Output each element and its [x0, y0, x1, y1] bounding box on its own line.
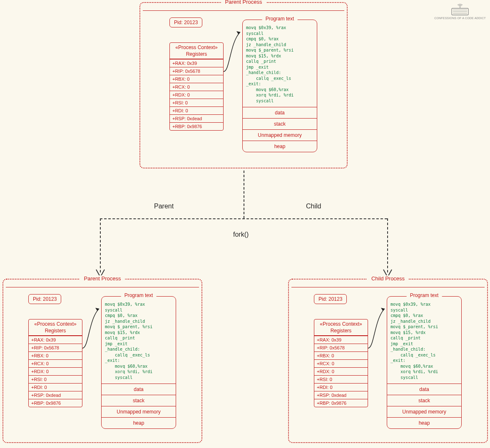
memory-section: stack: [243, 118, 317, 129]
pid-badge: Pid: 20123: [169, 17, 202, 27]
program-text-code: movq $0x39, %rax syscall cmpq $0, %rax j…: [102, 297, 176, 384]
register-row: +RBP: 0x9876: [170, 122, 223, 130]
memory-section: Unmapped memory: [102, 406, 176, 417]
memory-section: Unmapped memory: [387, 406, 461, 417]
process-title: Child Process: [367, 275, 409, 282]
register-row: +RDI: 0: [170, 106, 223, 114]
register-row: +RSI: 0: [314, 375, 368, 383]
memory-title: Program text: [121, 292, 157, 298]
keyboard-icon: [450, 3, 470, 16]
register-row: +RSI: 0: [29, 375, 82, 383]
register-box: «Process Context» Registers +RAX: 0x39 +…: [169, 42, 224, 131]
fork-line-horizontal: [100, 218, 387, 219]
context-title: «Process Context»: [29, 319, 82, 328]
register-box: «Process Context» Registers +RAX: 0x39 +…: [28, 319, 82, 407]
watermark: CONFESSIONS OF A CODE ADDICT: [434, 3, 486, 20]
program-text-code: movq $0x39, %rax syscall cmpq $0, %rax j…: [243, 20, 317, 107]
register-row: +RBP: 0x9876: [314, 399, 368, 407]
memory-box: Program text movq $0x39, %rax syscall cm…: [101, 296, 176, 429]
fork-line-left: [100, 218, 101, 272]
register-row: +RDX: 0: [314, 367, 368, 375]
register-row: +RSI: 0: [170, 99, 223, 106]
context-subtitle: Registers: [29, 328, 82, 336]
register-row: +RBP: 0x9876: [29, 399, 82, 407]
register-row: +RDI: 0: [314, 383, 368, 391]
register-row: +RAX: 0x39: [170, 59, 223, 67]
program-text-code: movq $0x39, %rax syscall cmpq $0, %rax j…: [387, 297, 461, 384]
register-row: +RSP: 0xdead: [170, 114, 223, 122]
memory-section: stack: [102, 395, 176, 406]
context-title: «Process Context»: [170, 43, 223, 51]
memory-title: Program text: [262, 16, 298, 22]
register-row: +RDI: 0: [29, 383, 82, 391]
context-title: «Process Context»: [314, 319, 368, 328]
fork-label: fork(): [233, 231, 249, 238]
memory-box: Program text movq $0x39, %rax syscall cm…: [242, 20, 317, 152]
watermark-text: CONFESSIONS OF A CODE ADDICT: [434, 17, 486, 20]
memory-section: data: [102, 384, 176, 395]
register-row: +RDX: 0: [170, 91, 223, 99]
register-row: +RBX: 0: [170, 75, 223, 83]
context-subtitle: Registers: [314, 328, 368, 336]
memory-section: data: [387, 384, 461, 395]
register-box: «Process Context» Registers +RAX: 0x39 +…: [314, 319, 368, 407]
register-row: +RIP: 0x5678: [170, 67, 223, 75]
parent-process-box-top: Parent Process Pid: 20123 «Process Conte…: [139, 2, 348, 168]
memory-section: heap: [387, 417, 461, 428]
register-row: +RSP: 0xdead: [29, 391, 82, 399]
register-row: +RBX: 0: [314, 351, 368, 359]
register-row: +RIP: 0x5678: [314, 344, 368, 351]
memory-box: Program text movq $0x39, %rax syscall cm…: [387, 296, 462, 429]
child-label: Child: [306, 203, 321, 210]
register-row: +RCX: 0: [170, 83, 223, 91]
memory-section: Unmapped memory: [243, 129, 317, 141]
parent-label: Parent: [154, 203, 174, 210]
register-row: +RCX: 0: [29, 359, 82, 367]
register-row: +RAX: 0x39: [29, 336, 82, 344]
register-row: +RSP: 0xdead: [314, 391, 368, 399]
context-subtitle: Registers: [170, 51, 223, 59]
process-title: Parent Process: [80, 275, 125, 282]
pid-badge: Pid: 20123: [314, 294, 347, 304]
register-row: +RBX: 0: [29, 351, 82, 359]
memory-title: Program text: [407, 292, 442, 298]
parent-process-box-left: Parent Process Pid: 20123 «Process Conte…: [2, 279, 202, 443]
memory-section: heap: [102, 417, 176, 428]
fork-line-right: [387, 218, 388, 272]
memory-section: data: [243, 107, 317, 118]
register-row: +RIP: 0x5678: [29, 344, 82, 351]
register-row: +RDX: 0: [29, 367, 82, 375]
child-process-box: Child Process Pid: 20123 «Process Contex…: [288, 279, 488, 443]
process-title: Parent Process: [221, 0, 266, 5]
memory-section: heap: [243, 141, 317, 152]
register-row: +RAX: 0x39: [314, 336, 368, 344]
register-row: +RCX: 0: [314, 359, 368, 367]
pid-badge: Pid: 20123: [28, 294, 61, 304]
fork-line-down: [244, 171, 244, 218]
memory-section: stack: [387, 395, 461, 406]
